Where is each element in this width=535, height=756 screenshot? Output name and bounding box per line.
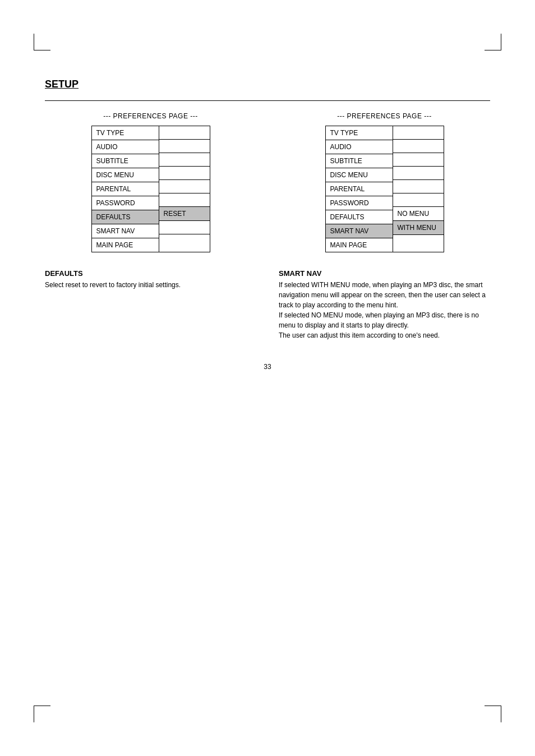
left-item-smartnav[interactable]: SMART NAV — [92, 224, 159, 238]
smartnav-text: If selected WITH MENU mode, when playing… — [279, 280, 490, 340]
right-item-subtitle[interactable]: SUBTITLE — [326, 154, 393, 168]
right-item-parental[interactable]: PARENTAL — [326, 182, 393, 196]
left-item-password[interactable]: PASSWORD — [92, 196, 159, 210]
left-item-mainpage[interactable]: MAIN PAGE — [92, 238, 159, 252]
left-panel-title: --- PREFERENCES PAGE --- — [103, 112, 197, 120]
right-panel-title: --- PREFERENCES PAGE --- — [337, 112, 431, 120]
defaults-description: DEFAULTS Select reset to revert to facto… — [45, 269, 256, 340]
descriptions-row: DEFAULTS Select reset to revert to facto… — [45, 269, 490, 340]
title-divider — [45, 100, 490, 101]
right-right-empty-2 — [393, 140, 444, 153]
left-item-parental[interactable]: PARENTAL — [92, 182, 159, 196]
left-menu-container: TV TYPE AUDIO SUBTITLE DISC MENU PARENTA… — [91, 126, 210, 252]
right-item-mainpage[interactable]: MAIN PAGE — [326, 238, 393, 252]
left-item-audio[interactable]: AUDIO — [92, 140, 159, 154]
right-right-withmenu[interactable]: WITH MENU — [393, 221, 444, 235]
right-right-nomenu[interactable]: NO MENU — [393, 207, 444, 221]
right-item-defaults[interactable]: DEFAULTS — [326, 210, 393, 224]
left-right-empty-5 — [159, 180, 210, 193]
right-item-password[interactable]: PASSWORD — [326, 196, 393, 210]
left-right-empty-6 — [159, 193, 210, 207]
right-right-empty-5 — [393, 180, 444, 193]
right-menu-left: TV TYPE AUDIO SUBTITLE DISC MENU PARENTA… — [326, 126, 393, 252]
right-right-empty-1 — [393, 126, 444, 140]
left-menu-left: TV TYPE AUDIO SUBTITLE DISC MENU PARENTA… — [92, 126, 159, 252]
right-item-tvtype[interactable]: TV TYPE — [326, 126, 393, 140]
left-right-reset[interactable]: RESET — [159, 207, 210, 221]
left-panel: --- PREFERENCES PAGE --- TV TYPE AUDIO S… — [45, 112, 256, 252]
left-right-empty-3 — [159, 153, 210, 167]
left-item-subtitle[interactable]: SUBTITLE — [92, 154, 159, 168]
corner-mark-tl — [34, 34, 50, 50]
right-menu-container: TV TYPE AUDIO SUBTITLE DISC MENU PARENTA… — [325, 126, 444, 252]
right-right-empty-9 — [393, 235, 444, 248]
left-right-empty-8 — [159, 221, 210, 234]
left-right-empty-1 — [159, 126, 210, 140]
left-right-empty-9 — [159, 234, 210, 248]
left-menu-right: RESET — [159, 126, 210, 252]
right-right-empty-3 — [393, 153, 444, 167]
left-right-empty-2 — [159, 140, 210, 153]
right-panel: --- PREFERENCES PAGE --- TV TYPE AUDIO S… — [279, 112, 490, 252]
right-item-discmenu[interactable]: DISC MENU — [326, 168, 393, 182]
page-number: 33 — [45, 363, 490, 371]
right-right-empty-4 — [393, 167, 444, 180]
defaults-text: Select reset to revert to factory initia… — [45, 280, 256, 290]
right-item-smartnav[interactable]: SMART NAV — [326, 224, 393, 238]
left-right-empty-4 — [159, 167, 210, 180]
smartnav-description: SMART NAV If selected WITH MENU mode, wh… — [279, 269, 490, 340]
right-menu-right: NO MENU WITH MENU — [393, 126, 444, 252]
left-item-defaults[interactable]: DEFAULTS — [92, 210, 159, 224]
left-item-discmenu[interactable]: DISC MENU — [92, 168, 159, 182]
right-right-empty-6 — [393, 193, 444, 207]
corner-mark-br — [485, 706, 501, 722]
smartnav-title: SMART NAV — [279, 269, 490, 278]
left-item-tvtype[interactable]: TV TYPE — [92, 126, 159, 140]
panels-row: --- PREFERENCES PAGE --- TV TYPE AUDIO S… — [45, 112, 490, 252]
right-item-audio[interactable]: AUDIO — [326, 140, 393, 154]
corner-mark-bl — [34, 706, 50, 722]
corner-mark-tr — [485, 34, 501, 50]
page: SETUP --- PREFERENCES PAGE --- TV TYPE A… — [0, 0, 535, 756]
setup-title: SETUP — [45, 79, 490, 90]
defaults-title: DEFAULTS — [45, 269, 256, 278]
